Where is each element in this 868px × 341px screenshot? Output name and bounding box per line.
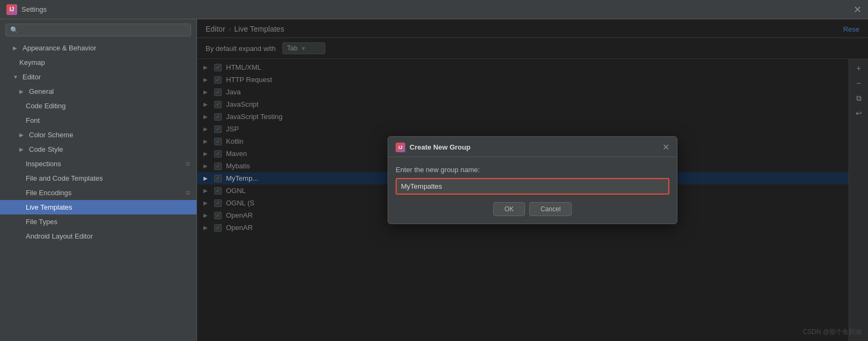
app-icon: IJ: [6, 4, 17, 15]
sidebar-item-label: Code Style: [29, 145, 63, 153]
title-bar-left: IJ Settings: [6, 4, 47, 15]
dialog-title: Create New Group: [410, 143, 470, 151]
sidebar-item-label: Editor: [23, 73, 41, 81]
chevron-right-icon: ▶: [19, 88, 26, 94]
search-icon: 🔍: [10, 26, 18, 34]
sidebar-item-keymap[interactable]: Keymap: [0, 55, 196, 70]
sidebar-item-label: File and Code Templates: [26, 174, 103, 182]
sidebar-item-android-layout-editor[interactable]: Android Layout Editor: [0, 229, 196, 243]
title-bar: IJ Settings ✕: [0, 0, 868, 19]
chevron-right-icon: ▶: [19, 132, 26, 138]
content-area: Editor › Live Templates Rese By default …: [197, 19, 868, 341]
sidebar-item-file-encodings[interactable]: File Encodings ⧉: [0, 186, 196, 200]
sidebar-item-general[interactable]: ▶ General: [0, 84, 196, 99]
sidebar-item-label: Keymap: [19, 58, 45, 66]
cancel-button[interactable]: Cancel: [529, 202, 572, 216]
sidebar-item-font[interactable]: Font: [0, 113, 196, 128]
sidebar-item-code-style[interactable]: ▶ Code Style: [0, 142, 196, 157]
sidebar-item-label: Live Templates: [26, 203, 72, 211]
sidebar-item-label: Inspections: [26, 160, 61, 168]
sidebar-item-label: Color Scheme: [29, 131, 73, 139]
sidebar-item-appearance[interactable]: ▶ Appearance & Behavior: [0, 41, 196, 55]
sidebar-item-label: General: [29, 87, 54, 95]
copy-icon: ⧉: [186, 189, 190, 196]
sidebar-item-file-code-templates[interactable]: File and Code Templates: [0, 171, 196, 186]
dialog-title-left: IJ Create New Group: [396, 143, 470, 152]
sidebar-item-color-scheme[interactable]: ▶ Color Scheme: [0, 128, 196, 142]
search-box[interactable]: 🔍: [5, 24, 191, 36]
modal-backdrop: IJ Create New Group ✕ Enter the new grou…: [197, 19, 868, 341]
create-group-dialog: IJ Create New Group ✕ Enter the new grou…: [388, 136, 677, 224]
chevron-right-icon: ▶: [13, 45, 19, 51]
sidebar-item-label: Appearance & Behavior: [23, 44, 96, 52]
chevron-down-icon: ▼: [13, 74, 19, 80]
dialog-buttons: OK Cancel: [396, 202, 669, 216]
chevron-right-icon: ▶: [19, 146, 26, 152]
dialog-title-bar: IJ Create New Group ✕: [388, 137, 677, 157]
sidebar-item-editor[interactable]: ▼ Editor: [0, 70, 196, 84]
sidebar-item-file-types[interactable]: File Types: [0, 214, 196, 229]
search-input[interactable]: [21, 26, 186, 34]
window-title: Settings: [21, 5, 47, 13]
sidebar-item-live-templates[interactable]: Live Templates: [0, 200, 196, 214]
dialog-close-button[interactable]: ✕: [662, 142, 669, 152]
dialog-field-label: Enter the new group name:: [396, 166, 669, 174]
sidebar-item-code-editing[interactable]: Code Editing: [0, 99, 196, 113]
sidebar-item-label: Code Editing: [26, 102, 65, 110]
group-name-input[interactable]: [397, 179, 668, 194]
dialog-input-wrapper: [396, 178, 669, 195]
dialog-body: Enter the new group name: OK Cancel: [388, 157, 677, 224]
sidebar-item-label: Android Layout Editor: [26, 232, 93, 240]
window-close-button[interactable]: ✕: [854, 5, 862, 14]
sidebar: 🔍 ▶ Appearance & Behavior Keymap ▼ Edito…: [0, 19, 197, 341]
sidebar-item-label: File Encodings: [26, 189, 71, 197]
copy-icon: ⧉: [186, 160, 190, 167]
main-layout: 🔍 ▶ Appearance & Behavior Keymap ▼ Edito…: [0, 19, 868, 341]
sidebar-item-label: Font: [26, 116, 40, 124]
ok-button[interactable]: OK: [493, 202, 525, 216]
sidebar-item-label: File Types: [26, 218, 57, 226]
sidebar-item-inspections[interactable]: Inspections ⧉: [0, 157, 196, 171]
dialog-app-icon: IJ: [396, 143, 405, 152]
